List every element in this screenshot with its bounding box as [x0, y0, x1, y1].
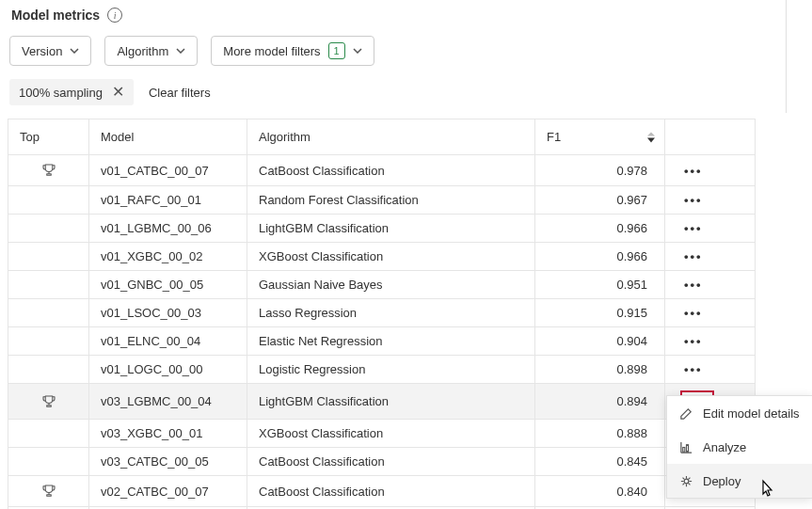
table-row: v01_LGBMC_00_06LightGBM Classification0.…: [8, 215, 756, 243]
actions-cell: •••: [665, 243, 756, 271]
top-cell: [8, 186, 89, 215]
more-actions-icon[interactable]: •••: [680, 164, 707, 178]
top-cell: [8, 243, 89, 271]
table-row: v03_XGBC_00_01XGBoost Classification0.88…: [8, 420, 756, 448]
actions-cell: •••: [665, 155, 756, 186]
f1-cell: 0.978: [535, 155, 665, 186]
table-row: v01_GNBC_00_05Gaussian Naive Bayes0.951•…: [8, 271, 756, 299]
menu-item-label: Deploy: [703, 474, 740, 488]
context-menu: Edit model details Analyze Deploy: [666, 395, 812, 499]
algorithm-cell: Logistic Regression: [247, 356, 535, 384]
f1-cell: 0.967: [535, 186, 665, 215]
more-actions-icon[interactable]: •••: [680, 306, 707, 320]
table-row: v01_ELNC_00_04Elastic Net Regression0.90…: [8, 327, 756, 356]
f1-cell: 0.894: [535, 384, 665, 420]
bar-chart-icon: [678, 439, 693, 454]
filter-chip-label: 100% sampling: [19, 86, 103, 100]
model-cell: v01_ELNC_00_04: [89, 327, 247, 356]
svg-rect-1: [686, 444, 688, 452]
table-row: v01_XGBC_00_02XGBoost Classification0.96…: [8, 243, 756, 271]
chevron-down-icon: [70, 48, 79, 54]
table-row: v01_RAFC_00_01Random Forest Classificati…: [8, 186, 756, 215]
col-header-algorithm[interactable]: Algorithm: [247, 119, 535, 155]
col-header-top[interactable]: Top: [8, 119, 89, 155]
more-actions-icon[interactable]: •••: [680, 362, 707, 376]
menu-item-edit[interactable]: Edit model details: [667, 396, 812, 430]
page-title: Model metrics: [11, 8, 100, 23]
menu-item-deploy[interactable]: Deploy: [667, 464, 812, 498]
algorithm-filter-label: Algorithm: [117, 44, 168, 58]
algorithm-filter[interactable]: Algorithm: [104, 36, 198, 66]
table-row: v03_LGBMC_00_04LightGBM Classification0.…: [8, 384, 756, 420]
more-filters[interactable]: More model filters 1: [211, 36, 374, 66]
col-header-actions: [665, 119, 756, 155]
table-row: v03_CATBC_00_05CatBoost Classification0.…: [8, 448, 756, 476]
algorithm-cell: LightGBM Classification: [247, 384, 535, 420]
more-actions-icon[interactable]: •••: [680, 334, 707, 348]
model-cell: v01_LSOC_00_03: [89, 299, 247, 327]
actions-cell: •••: [665, 271, 756, 299]
close-icon[interactable]: ✕: [112, 85, 124, 100]
trophy-icon: [20, 393, 77, 410]
clear-filters[interactable]: Clear filters: [149, 86, 211, 100]
version-filter-label: Version: [22, 44, 62, 58]
top-cell: [8, 384, 89, 420]
top-cell: [8, 299, 89, 327]
menu-item-analyze[interactable]: Analyze: [667, 430, 812, 464]
menu-item-label: Analyze: [703, 440, 746, 454]
chevron-down-icon: [353, 48, 362, 54]
actions-cell: •••: [665, 299, 756, 327]
top-cell: [8, 448, 89, 476]
divider: [786, 0, 787, 113]
f1-cell: 0.966: [535, 215, 665, 243]
model-cell: v01_CATBC_00_07: [89, 155, 247, 186]
model-metrics-table: Top Model Algorithm F1 v01_CATBC_00_07Ca…: [8, 119, 756, 509]
more-filters-count: 1: [328, 42, 345, 59]
top-cell: [8, 327, 89, 356]
algorithm-cell: LightGBM Classification: [247, 215, 535, 243]
f1-cell: 0.888: [535, 420, 665, 448]
model-cell: v03_XGBC_00_01: [89, 420, 247, 448]
svg-point-2: [684, 479, 689, 484]
f1-cell: 0.904: [535, 327, 665, 356]
sort-indicator: [647, 132, 655, 142]
algorithm-cell: XGBoost Classification: [247, 420, 535, 448]
more-actions-icon[interactable]: •••: [680, 193, 707, 207]
f1-cell: 0.840: [535, 476, 665, 507]
trophy-icon: [20, 162, 77, 179]
model-cell: v01_XGBC_00_02: [89, 243, 247, 271]
col-header-model[interactable]: Model: [89, 119, 247, 155]
algorithm-cell: Random Forest Classification: [247, 186, 535, 215]
svg-rect-0: [682, 447, 684, 452]
col-header-f1[interactable]: F1: [535, 119, 665, 155]
model-cell: v01_GNBC_00_05: [89, 271, 247, 299]
menu-item-label: Edit model details: [703, 406, 800, 421]
f1-cell: 0.898: [535, 356, 665, 384]
model-cell: v03_CATBC_00_05: [89, 448, 247, 476]
more-actions-icon[interactable]: •••: [680, 249, 707, 263]
chevron-down-icon: [176, 48, 185, 54]
table-row: v01_LOGC_00_00Logistic Regression0.898••…: [8, 356, 756, 384]
model-cell: v01_LGBMC_00_06: [89, 215, 247, 243]
actions-cell: •••: [665, 215, 756, 243]
more-actions-icon[interactable]: •••: [680, 278, 707, 292]
table-row: v02_CATBC_00_07CatBoost Classification0.…: [8, 476, 756, 507]
top-cell: [8, 155, 89, 186]
top-cell: [8, 271, 89, 299]
algorithm-cell: Lasso Regression: [247, 299, 535, 327]
table-row: v01_LSOC_00_03Lasso Regression0.915•••: [8, 299, 756, 327]
model-cell: v03_LGBMC_00_04: [89, 384, 247, 420]
top-cell: [8, 356, 89, 384]
col-header-f1-label: F1: [547, 130, 561, 144]
version-filter[interactable]: Version: [9, 36, 91, 66]
info-icon[interactable]: i: [107, 8, 122, 23]
top-cell: [8, 476, 89, 507]
filter-chip-sampling[interactable]: 100% sampling ✕: [9, 79, 134, 105]
model-cell: v02_CATBC_00_07: [89, 476, 247, 507]
more-actions-icon[interactable]: •••: [680, 221, 707, 235]
algorithm-cell: XGBoost Classification: [247, 243, 535, 271]
f1-cell: 0.915: [535, 299, 665, 327]
algorithm-cell: CatBoost Classification: [247, 448, 535, 476]
f1-cell: 0.845: [535, 448, 665, 476]
more-filters-label: More model filters: [223, 44, 320, 58]
